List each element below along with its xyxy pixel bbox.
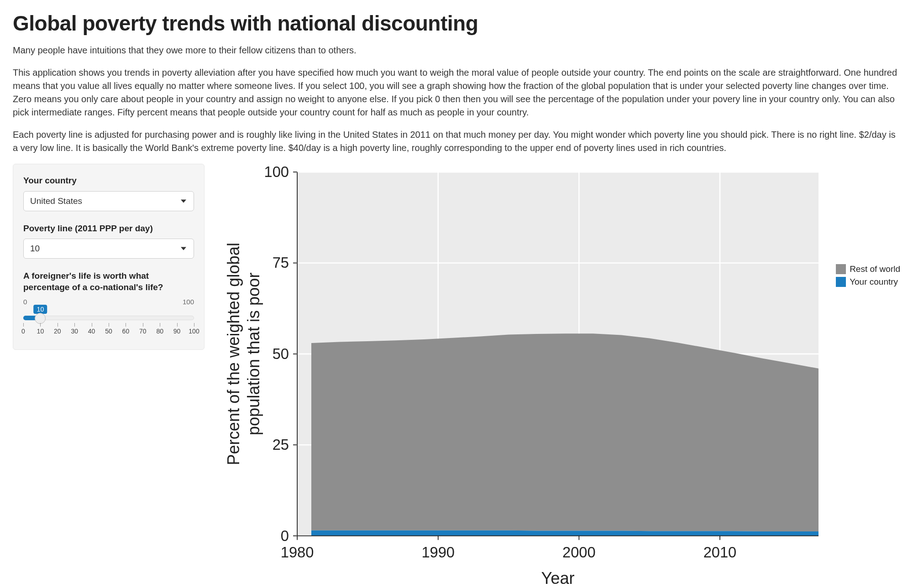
x-tick-label: 1990 (421, 544, 455, 561)
slider-tick-label: 50 (105, 328, 112, 335)
slider-tick (194, 323, 194, 327)
slider-tick (160, 323, 160, 327)
y-tick-label: 75 (273, 254, 289, 271)
intro-paragraph-2: This application shows you trends in pov… (13, 66, 900, 119)
legend-item-rest: Rest of world (836, 264, 900, 274)
slider-tick-label: 70 (139, 328, 147, 335)
controls-panel: Your country United States Poverty line … (13, 164, 205, 350)
y-tick-label: 25 (273, 436, 289, 453)
slider-tick (74, 323, 75, 327)
country-label: Your country (23, 175, 194, 187)
slider-track (23, 316, 194, 320)
slider-tick-label: 100 (189, 328, 199, 335)
area-rest-of-world (311, 333, 819, 531)
slider-tick (40, 323, 41, 327)
intro-paragraph-3: Each poverty line is adjusted for purcha… (13, 128, 900, 155)
y-axis-label: Percent of the weighted globalpopulation… (224, 243, 263, 465)
legend-label-rest: Rest of world (850, 264, 900, 274)
slider-tick-label: 90 (173, 328, 181, 335)
slider-tick (58, 323, 58, 327)
slider-tick-label: 20 (54, 328, 61, 335)
slider-tick (177, 323, 178, 327)
legend-swatch-rest (836, 264, 846, 274)
chart: 02550751001980199020002010YearPercent of… (223, 164, 827, 588)
slider-tick (126, 323, 126, 327)
x-tick-label: 1980 (281, 544, 314, 561)
slider-min-label: 0 (23, 298, 27, 306)
x-axis-label: Year (541, 569, 574, 588)
slider-tick (143, 323, 143, 327)
slider-tick-label: 10 (37, 328, 44, 335)
slider-tick (23, 323, 24, 327)
country-select[interactable]: United States (23, 191, 194, 211)
x-tick-label: 2000 (562, 544, 596, 561)
weight-slider[interactable]: 10 (23, 307, 194, 320)
country-select-value: United States (30, 196, 82, 206)
poverty-line-select[interactable]: 10 (23, 239, 194, 259)
x-tick-label: 2010 (703, 544, 737, 561)
y-tick-label: 50 (273, 345, 289, 362)
page-title: Global poverty trends with national disc… (13, 11, 900, 36)
slider-handle[interactable] (35, 313, 46, 324)
caret-down-icon (181, 247, 186, 250)
slider-tick-label: 0 (21, 328, 25, 335)
slider-max-label: 100 (183, 298, 194, 306)
poverty-line-label: Poverty line (2011 PPP per day) (23, 223, 194, 234)
slider-tick-label: 30 (71, 328, 78, 335)
slider-value-bubble: 10 (34, 305, 47, 314)
weight-slider-label: A foreigner's life is worth what percent… (23, 271, 194, 293)
legend-label-yourcountry: Your country (850, 277, 898, 287)
poverty-line-select-value: 10 (30, 244, 40, 254)
caret-down-icon (181, 199, 186, 203)
slider-tick-label: 40 (88, 328, 95, 335)
legend-item-yourcountry: Your country (836, 277, 900, 287)
slider-tick-label: 80 (156, 328, 163, 335)
slider-tick (92, 323, 92, 327)
legend-swatch-yourcountry (836, 277, 846, 287)
slider-tick (109, 323, 109, 327)
slider-ticks: 0102030405060708090100 (23, 323, 194, 337)
y-tick-label: 0 (281, 527, 289, 544)
y-tick-label: 100 (264, 164, 289, 180)
slider-tick-label: 60 (122, 328, 130, 335)
intro-paragraph-1: Many people have intuitions that they ow… (13, 44, 900, 57)
chart-legend: Rest of world Your country (836, 264, 900, 290)
